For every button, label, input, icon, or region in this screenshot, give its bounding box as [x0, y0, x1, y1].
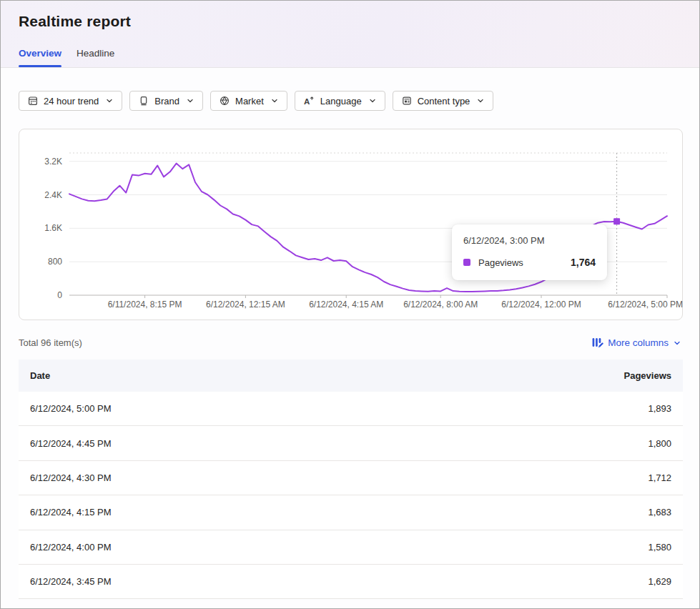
active-tab-underline — [19, 65, 61, 67]
filter-label: 24 hour trend — [44, 96, 99, 107]
column-edit-icon — [591, 337, 603, 349]
cell-date: 6/12/2024, 4:30 PM — [19, 472, 540, 483]
filter-market[interactable]: Market — [210, 91, 287, 111]
filter-label: Language — [320, 96, 362, 107]
cell-pageviews: 1,800 — [540, 438, 683, 449]
y-axis-label: 3.2K — [44, 157, 62, 167]
tab-headline-label: Headline — [77, 48, 114, 59]
more-columns-label: More columns — [608, 337, 669, 348]
tooltip-timestamp: 6/12/2024, 3:00 PM — [463, 235, 596, 246]
cell-pageviews: 1,580 — [540, 542, 683, 553]
table-row[interactable]: 6/12/2024, 3:45 PM1,629 — [19, 565, 683, 599]
y-axis-label: 1.6K — [44, 223, 62, 233]
x-axis-label: 6/12/2024, 12:15 AM — [206, 299, 285, 310]
cell-date: 6/12/2024, 4:00 PM — [19, 542, 540, 553]
chevron-down-icon — [270, 96, 279, 105]
calendar-icon — [27, 95, 39, 107]
tab-overview[interactable]: Overview — [19, 48, 61, 67]
x-axis-label: 6/11/2024, 8:15 PM — [108, 299, 182, 310]
tab-bar: Overview Headline — [19, 48, 114, 67]
filter-bar: 24 hour trend Brand Market — [19, 91, 699, 111]
filter-label: Brand — [154, 96, 179, 107]
more-columns-button[interactable]: More columns — [591, 337, 681, 349]
table-row[interactable]: 6/12/2024, 4:00 PM1,580 — [19, 530, 683, 565]
pageviews-table: Date Pageviews 6/12/2024, 5:00 PM1,8936/… — [19, 360, 683, 599]
tooltip-series-row: Pageviews 1,764 — [463, 257, 596, 268]
filter-language[interactable]: A Language — [295, 91, 385, 111]
y-axis-label: 2.4K — [44, 190, 62, 200]
y-axis-label: 800 — [48, 257, 62, 267]
column-header-pageviews[interactable]: Pageviews — [540, 370, 683, 381]
y-axis-label: 0 — [57, 290, 62, 300]
page-title: Realtime report — [19, 13, 131, 30]
globe-icon — [219, 95, 230, 107]
cell-pageviews: 1,629 — [540, 576, 683, 587]
x-axis-label: 6/12/2024, 4:15 AM — [309, 299, 383, 310]
svg-text:A: A — [304, 97, 310, 106]
filter-label: Content type — [418, 96, 470, 107]
table-row[interactable]: 6/12/2024, 4:15 PM1,683 — [19, 495, 683, 530]
table-row[interactable]: 6/12/2024, 5:00 PM1,893 — [19, 392, 683, 426]
tab-headline[interactable]: Headline — [77, 48, 114, 67]
tooltip-value: 1,764 — [571, 257, 596, 268]
filter-label: Market — [235, 96, 264, 107]
realtime-report-page: Realtime report Overview Headline 24 hou… — [0, 0, 700, 609]
x-axis-label: 6/12/2024, 5:00 PM — [608, 299, 683, 310]
chevron-down-icon — [186, 96, 194, 105]
translate-icon: A — [303, 95, 315, 107]
series-swatch-icon — [463, 259, 470, 266]
filter-brand[interactable]: Brand — [129, 91, 203, 111]
total-items-label: Total 96 item(s) — [19, 337, 82, 348]
table-summary-bar: Total 96 item(s) More columns — [19, 337, 681, 349]
x-axis-label: 6/12/2024, 8:00 AM — [403, 299, 478, 310]
cell-pageviews: 1,893 — [540, 403, 683, 414]
chevron-down-icon — [673, 339, 681, 347]
chevron-down-icon — [476, 96, 485, 105]
hover-point-marker — [613, 218, 620, 224]
chart-tooltip: 6/12/2024, 3:00 PM Pageviews 1,764 — [452, 224, 607, 280]
filter-content-type[interactable]: Content type — [393, 91, 494, 111]
pageviews-chart-card: 08001.6K2.4K3.2K6/11/2024, 8:15 PM6/12/2… — [19, 129, 683, 320]
table-row[interactable]: 6/12/2024, 4:30 PM1,712 — [19, 461, 683, 495]
cell-date: 6/12/2024, 5:00 PM — [19, 403, 540, 414]
page-header: Realtime report Overview Headline — [1, 1, 699, 68]
tooltip-series-label: Pageviews — [478, 257, 523, 268]
table-row[interactable]: 6/12/2024, 4:45 PM1,800 — [19, 426, 683, 460]
cell-date: 6/12/2024, 4:15 PM — [19, 507, 540, 518]
column-header-date[interactable]: Date — [19, 370, 540, 381]
device-icon — [138, 95, 149, 107]
content-type-icon — [401, 95, 413, 107]
filter-24-hour-trend[interactable]: 24 hour trend — [19, 91, 122, 111]
cell-pageviews: 1,712 — [540, 472, 683, 483]
cell-pageviews: 1,683 — [540, 507, 683, 518]
x-axis-label: 6/12/2024, 12:00 PM — [501, 299, 581, 310]
chevron-down-icon — [368, 96, 377, 105]
tab-overview-label: Overview — [19, 48, 61, 59]
cell-date: 6/12/2024, 3:45 PM — [19, 576, 540, 587]
table-body: 6/12/2024, 5:00 PM1,8936/12/2024, 4:45 P… — [19, 392, 683, 599]
chevron-down-icon — [105, 96, 114, 105]
table-header-row: Date Pageviews — [19, 360, 683, 392]
cell-date: 6/12/2024, 4:45 PM — [19, 438, 540, 449]
